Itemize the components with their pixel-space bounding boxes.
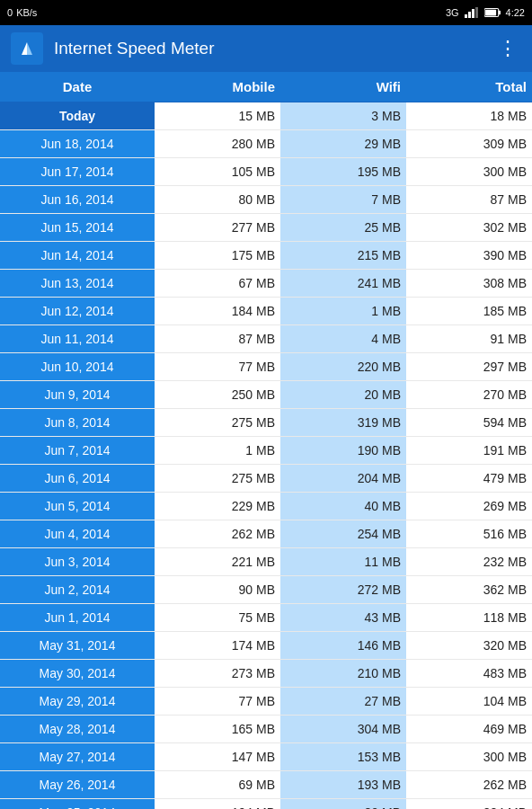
cell-wifi: 254 MB bbox=[280, 520, 406, 548]
cell-wifi: 210 MB bbox=[280, 660, 406, 688]
cell-date: May 25, 2014 bbox=[0, 799, 155, 810]
cell-mobile: 262 MB bbox=[155, 520, 280, 548]
cell-total: 308 MB bbox=[406, 270, 532, 298]
cell-date: Jun 18, 2014 bbox=[0, 130, 155, 158]
cell-date: Jun 11, 2014 bbox=[0, 325, 155, 353]
table-row: Jun 17, 2014105 MB195 MB300 MB bbox=[0, 158, 532, 186]
cell-date: May 30, 2014 bbox=[0, 660, 155, 688]
speed-meter-icon bbox=[15, 37, 39, 60]
svg-marker-7 bbox=[22, 42, 27, 55]
signal-icon bbox=[465, 7, 479, 18]
cell-mobile: 273 MB bbox=[155, 660, 280, 688]
cell-date: Jun 13, 2014 bbox=[0, 270, 155, 298]
cell-wifi: 146 MB bbox=[280, 632, 406, 660]
header-mobile: Mobile bbox=[155, 72, 280, 102]
cell-total: 262 MB bbox=[406, 771, 532, 799]
network-type: 3G bbox=[446, 7, 459, 18]
header-date: Date bbox=[0, 72, 155, 102]
table-row: May 25, 2014194 MB30 MB224 MB bbox=[0, 799, 532, 810]
cell-mobile: 77 MB bbox=[155, 688, 280, 716]
cell-mobile: 275 MB bbox=[155, 409, 280, 437]
cell-total: 232 MB bbox=[406, 548, 532, 576]
table-row: Today15 MB3 MB18 MB bbox=[0, 102, 532, 130]
cell-wifi: 20 MB bbox=[280, 381, 406, 409]
cell-date: Jun 1, 2014 bbox=[0, 604, 155, 632]
table-body: Today15 MB3 MB18 MBJun 18, 2014280 MB29 … bbox=[0, 102, 532, 810]
cell-mobile: 105 MB bbox=[155, 158, 280, 186]
cell-date: May 31, 2014 bbox=[0, 632, 155, 660]
table-row: Jun 1, 201475 MB43 MB118 MB bbox=[0, 604, 532, 632]
cell-wifi: 1 MB bbox=[280, 298, 406, 325]
cell-date: Jun 3, 2014 bbox=[0, 548, 155, 576]
cell-total: 309 MB bbox=[406, 130, 532, 158]
table-row: Jun 12, 2014184 MB1 MB185 MB bbox=[0, 298, 532, 325]
cell-mobile: 174 MB bbox=[155, 632, 280, 660]
table-row: May 30, 2014273 MB210 MB483 MB bbox=[0, 660, 532, 688]
table-row: Jun 8, 2014275 MB319 MB594 MB bbox=[0, 409, 532, 437]
cell-total: 297 MB bbox=[406, 353, 532, 381]
cell-wifi: 40 MB bbox=[280, 493, 406, 520]
cell-wifi: 29 MB bbox=[280, 130, 406, 158]
cell-date: Jun 4, 2014 bbox=[0, 520, 155, 548]
cell-mobile: 1 MB bbox=[155, 437, 280, 465]
cell-mobile: 277 MB bbox=[155, 214, 280, 242]
cell-mobile: 221 MB bbox=[155, 548, 280, 576]
table-row: Jun 10, 201477 MB220 MB297 MB bbox=[0, 353, 532, 381]
svg-rect-0 bbox=[465, 14, 467, 18]
cell-mobile: 15 MB bbox=[155, 102, 280, 130]
cell-date: Jun 6, 2014 bbox=[0, 465, 155, 493]
table-row: Jun 16, 201480 MB7 MB87 MB bbox=[0, 186, 532, 214]
svg-rect-3 bbox=[475, 7, 478, 18]
cell-date: Jun 7, 2014 bbox=[0, 437, 155, 465]
cell-mobile: 184 MB bbox=[155, 298, 280, 325]
cell-total: 302 MB bbox=[406, 214, 532, 242]
table-row: Jun 3, 2014221 MB11 MB232 MB bbox=[0, 548, 532, 576]
cell-wifi: 30 MB bbox=[280, 799, 406, 810]
cell-wifi: 204 MB bbox=[280, 465, 406, 493]
status-left: 0 KB/s bbox=[7, 7, 37, 18]
svg-rect-1 bbox=[468, 12, 471, 18]
cell-wifi: 7 MB bbox=[280, 186, 406, 214]
svg-rect-5 bbox=[498, 11, 500, 15]
table-row: Jun 2, 201490 MB272 MB362 MB bbox=[0, 576, 532, 604]
cell-mobile: 87 MB bbox=[155, 325, 280, 353]
cell-date: Jun 15, 2014 bbox=[0, 214, 155, 242]
cell-date: Jun 14, 2014 bbox=[0, 242, 155, 270]
cell-total: 191 MB bbox=[406, 437, 532, 465]
status-right: 3G 4:22 bbox=[446, 7, 525, 18]
cell-mobile: 194 MB bbox=[155, 799, 280, 810]
cell-total: 362 MB bbox=[406, 576, 532, 604]
app-icon bbox=[11, 32, 43, 65]
table-row: Jun 15, 2014277 MB25 MB302 MB bbox=[0, 214, 532, 242]
status-bar: 0 KB/s 3G 4:22 bbox=[0, 0, 532, 25]
cell-date: Jun 12, 2014 bbox=[0, 298, 155, 325]
cell-total: 594 MB bbox=[406, 409, 532, 437]
cell-wifi: 319 MB bbox=[280, 409, 406, 437]
cell-total: 224 MB bbox=[406, 799, 532, 810]
table-row: May 29, 201477 MB27 MB104 MB bbox=[0, 688, 532, 716]
table-row: May 27, 2014147 MB153 MB300 MB bbox=[0, 743, 532, 771]
table-row: May 31, 2014174 MB146 MB320 MB bbox=[0, 632, 532, 660]
cell-date: May 26, 2014 bbox=[0, 771, 155, 799]
cell-date: May 28, 2014 bbox=[0, 716, 155, 743]
battery-icon bbox=[484, 7, 501, 18]
cell-mobile: 80 MB bbox=[155, 186, 280, 214]
cell-mobile: 69 MB bbox=[155, 771, 280, 799]
cell-date: Today bbox=[0, 102, 155, 130]
cell-wifi: 43 MB bbox=[280, 604, 406, 632]
table-row: Jun 5, 2014229 MB40 MB269 MB bbox=[0, 493, 532, 520]
cell-mobile: 175 MB bbox=[155, 242, 280, 270]
cell-mobile: 77 MB bbox=[155, 353, 280, 381]
header-wifi: Wifi bbox=[280, 72, 406, 102]
table-row: Jun 7, 20141 MB190 MB191 MB bbox=[0, 437, 532, 465]
cell-wifi: 25 MB bbox=[280, 214, 406, 242]
menu-button[interactable]: ⋮ bbox=[494, 33, 521, 64]
cell-wifi: 241 MB bbox=[280, 270, 406, 298]
cell-total: 18 MB bbox=[406, 102, 532, 130]
cell-wifi: 190 MB bbox=[280, 437, 406, 465]
cell-total: 269 MB bbox=[406, 493, 532, 520]
cell-date: Jun 10, 2014 bbox=[0, 353, 155, 381]
cell-wifi: 304 MB bbox=[280, 716, 406, 743]
time-display: 4:22 bbox=[506, 7, 525, 18]
header-total: Total bbox=[406, 72, 532, 102]
